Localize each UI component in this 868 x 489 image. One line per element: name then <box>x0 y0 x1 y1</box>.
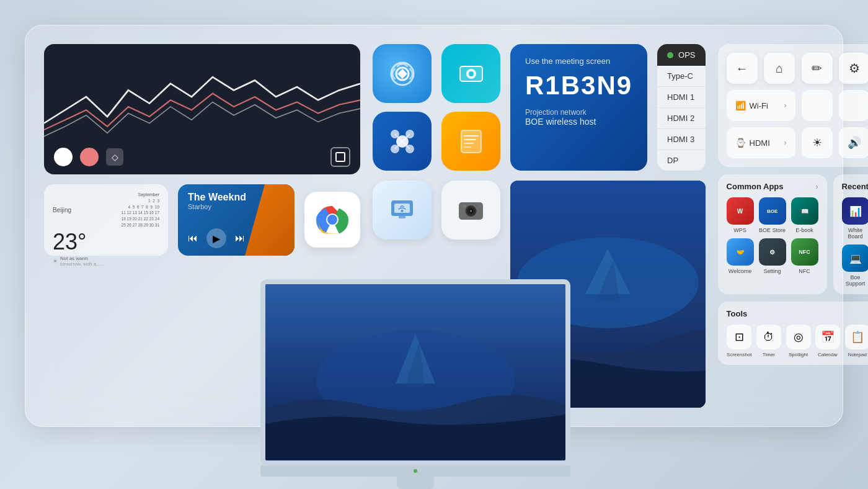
app-welcome[interactable]: 🤝 Welcome <box>727 238 754 274</box>
svg-rect-32 <box>463 205 466 207</box>
app-whiteboard[interactable]: 📊 White Board <box>842 197 868 240</box>
tool-screenshot[interactable]: ⊡ Screenshot <box>727 325 753 357</box>
wifi-chevron: › <box>784 101 787 110</box>
common-apps-header: Common Apps › <box>727 182 818 191</box>
tool-spotlight[interactable]: ◎ Spotlight <box>786 325 812 357</box>
weather-condition-icon: ☀ <box>53 258 58 264</box>
common-apps-more[interactable]: › <box>816 182 818 191</box>
hdmi-chevron: › <box>784 138 787 147</box>
app-setting[interactable]: ⚙ Setting <box>759 238 786 274</box>
recent-apps-grid: 📊 White Board 📁 File Transfer 💻 Boe Supp… <box>842 197 868 287</box>
tool-notepad[interactable]: 📋 Notepad <box>844 325 868 357</box>
weather-city: Beijing <box>53 207 71 213</box>
input-type-c[interactable]: Type-C <box>657 66 705 87</box>
volume-btn[interactable]: 🔊 <box>839 127 868 158</box>
quick-controls: ← ⌂ ✏ ⚙ 📶 Wi-Fi › ⌚ HDMI › ☀ 🔊 <box>718 44 868 167</box>
recent-apps-header: Recent Apps › <box>842 182 868 191</box>
app-wps[interactable]: W WPS <box>727 197 754 233</box>
bottom-left-row: Beijing September 1 2 3 4 5 6 7 8 9 10 1… <box>44 184 360 256</box>
wb-erase-btn[interactable]: ◇ <box>106 148 123 166</box>
app-ebook[interactable]: 📖 E-book <box>791 197 818 233</box>
wb-expand-btn[interactable] <box>330 147 350 167</box>
notes-app-icon[interactable] <box>441 112 500 171</box>
input-hdmi2[interactable]: HDMI 2 <box>657 108 705 129</box>
monitor-bezel-bottom <box>260 465 570 477</box>
svg-point-17 <box>469 71 474 76</box>
monitor-led <box>414 469 417 473</box>
tools-panel: Tools › ⊡ Screenshot ⏱ Timer ◎ Spotlight… <box>718 302 868 365</box>
back-btn[interactable]: ← <box>727 53 758 84</box>
right-section: ← ⌂ ✏ ⚙ 📶 Wi-Fi › ⌚ HDMI › ☀ 🔊 <box>718 44 868 408</box>
recent-apps-title: Recent Apps <box>842 182 868 191</box>
monitor-outer <box>260 279 570 489</box>
notepad-icon: 📋 <box>845 325 868 349</box>
svg-marker-5 <box>397 69 407 79</box>
proj-label: Use the meeting screen <box>525 56 632 66</box>
cast-app-icon[interactable] <box>441 44 500 103</box>
app-icons-col <box>373 44 432 171</box>
boe-support-icon: 💻 <box>842 244 868 272</box>
airtame-app-icon[interactable] <box>373 44 432 103</box>
wireless-app-icon[interactable] <box>373 181 432 240</box>
input-hdmi1[interactable]: HDMI 1 <box>657 87 705 108</box>
common-apps-title: Common Apps <box>727 182 784 191</box>
hdmi-toggle[interactable]: ⌚ HDMI › <box>727 127 795 158</box>
wb-color-white[interactable] <box>54 148 73 166</box>
proj-network-name: BOE wireless host <box>525 117 632 127</box>
svg-point-2 <box>327 215 337 225</box>
tools-title: Tools <box>727 309 748 318</box>
svg-rect-21 <box>464 143 474 144</box>
weather-desc: Not as warm <box>60 256 105 261</box>
share-app-icon[interactable] <box>373 112 432 171</box>
input-header: OPS <box>657 44 705 66</box>
top-middle-row: Use the meeting screen R1B3N9 Projection… <box>373 44 706 171</box>
tools-header: Tools › <box>727 309 868 318</box>
edit-btn[interactable]: ✏ <box>802 53 833 84</box>
monitor-frame <box>260 279 570 465</box>
proj-code: R1B3N9 <box>525 71 632 101</box>
recent-apps-panel: Recent Apps › 📊 White Board 📁 File Trans… <box>833 174 868 294</box>
svg-point-33 <box>476 204 478 207</box>
wifi-icon: 📶 <box>735 101 746 110</box>
music-prev-btn[interactable]: ⏮ <box>188 233 198 244</box>
weather-calendar: September 1 2 3 4 5 6 7 8 9 10 11 12 13 … <box>122 192 159 228</box>
common-apps-grid: W WPS BOE BOE Store 📖 E-book 🤝 Welcome <box>727 197 818 274</box>
whiteboard-controls: ◇ <box>44 147 360 167</box>
svg-rect-22 <box>464 146 471 148</box>
ops-label: OPS <box>678 50 695 60</box>
nfc-icon: NFC <box>791 238 818 266</box>
ops-active-dot <box>667 52 673 58</box>
svg-rect-18 <box>461 130 481 153</box>
ebook-icon: 📖 <box>791 197 818 225</box>
whiteboard-widget[interactable]: ◇ <box>44 44 360 174</box>
hdmi-label: HDMI <box>750 138 770 148</box>
common-apps-panel: Common Apps › W WPS BOE BOE Store 📖 E-bo… <box>718 174 827 294</box>
music-next-btn[interactable]: ⏭ <box>235 233 245 244</box>
music-widget[interactable]: The Weeknd Starboy ⏮ ▶ ⏭ <box>178 184 294 256</box>
settings-btn[interactable]: ⚙ <box>839 53 868 84</box>
wb-color-pink[interactable] <box>80 148 99 166</box>
input-dp[interactable]: DP <box>657 150 705 171</box>
brightness-btn[interactable]: ☀ <box>802 127 833 158</box>
home-btn[interactable]: ⌂ <box>764 53 795 84</box>
tool-calendar[interactable]: 📅 Calendar <box>815 325 841 357</box>
camera-app-icon[interactable] <box>441 181 500 240</box>
app-icons-col2 <box>441 44 500 171</box>
monitor-stand <box>397 477 434 489</box>
projection-panel: Use the meeting screen R1B3N9 Projection… <box>510 44 647 171</box>
music-play-btn[interactable]: ▶ <box>206 228 226 248</box>
svg-rect-19 <box>464 135 479 137</box>
spotlight-icon: ◎ <box>786 325 811 349</box>
input-hdmi3[interactable]: HDMI 3 <box>657 129 705 150</box>
app-boe-store[interactable]: BOE BOE Store <box>759 197 786 233</box>
tool-timer[interactable]: ⏱ Timer <box>756 325 782 357</box>
app-boe-support[interactable]: 💻 Boe Support <box>842 244 868 287</box>
input-selector: OPS Type-C HDMI 1 HDMI 2 HDMI 3 DP <box>657 44 705 171</box>
welcome-icon: 🤝 <box>727 238 754 266</box>
apps-row: Common Apps › W WPS BOE BOE Store 📖 E-bo… <box>718 174 868 294</box>
app-nfc[interactable]: NFC NFC <box>791 238 818 274</box>
chrome-app-icon[interactable] <box>304 192 360 248</box>
svg-rect-20 <box>464 139 476 140</box>
wifi-toggle[interactable]: 📶 Wi-Fi › <box>727 90 795 121</box>
weather-desc2: tomorrow, with a...... <box>60 261 105 267</box>
